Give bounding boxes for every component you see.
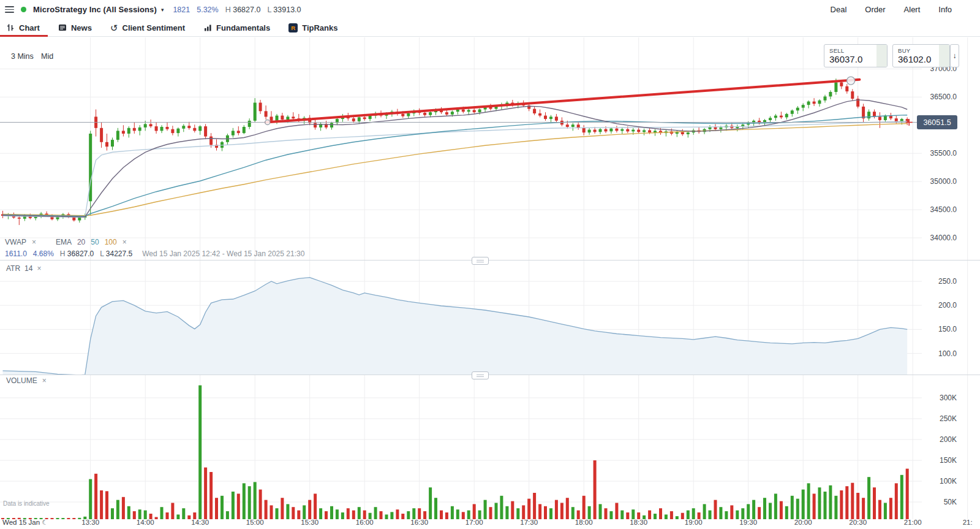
volume-axis-label: 300K <box>900 394 957 402</box>
time-axis-label: 15:30 <box>295 519 325 526</box>
price-axis-label: 36500.0 <box>900 93 957 101</box>
price-axis-label: 35500.0 <box>900 149 957 158</box>
tab-news[interactable]: News <box>58 19 92 36</box>
vwap-close-icon[interactable]: × <box>32 238 36 246</box>
time-axis-label: 14:00 <box>130 519 160 526</box>
atr-axis-label: 250.0 <box>900 277 957 286</box>
volume-axis-label: 250K <box>900 414 957 423</box>
instrument-title[interactable]: MicroStrategy Inc (All Sessions) <box>33 5 157 14</box>
sell-button[interactable]: SELL 36037.0 <box>824 44 888 67</box>
panel-divider <box>0 375 980 375</box>
ema-period-100: 100 <box>105 238 117 246</box>
last-price-badge: 36051.5 <box>917 115 957 129</box>
panel-divider <box>0 260 980 261</box>
atr-axis-label: 150.0 <box>900 325 957 333</box>
time-axis-label: 16:00 <box>350 519 379 526</box>
ema-period-50: 50 <box>91 238 99 246</box>
volume-bars <box>1 386 909 519</box>
price-axis-label: 34000.0 <box>900 234 957 242</box>
menu-icon[interactable] <box>5 6 14 13</box>
tab-chart[interactable]: Chart <box>6 19 40 36</box>
candles-layer <box>1 78 909 225</box>
volume-axis-label: 100K <box>900 477 957 485</box>
time-axis-label: 17:00 <box>459 519 489 526</box>
volume-gridlines <box>0 398 922 502</box>
moving-averages-layer <box>3 100 908 218</box>
interval-selector[interactable]: 3 Mins <box>11 52 34 61</box>
order-button[interactable]: Order <box>865 5 885 14</box>
active-tab-indicator <box>0 35 48 37</box>
alert-button[interactable]: Alert <box>904 5 921 14</box>
overlay-legend: VWAP × EMA 20 50 100 × <box>5 238 127 246</box>
trendline-start-handle <box>265 120 270 125</box>
day-change-points: 1821 <box>173 6 190 14</box>
range-change-points: 1611.0 <box>5 249 27 258</box>
info-button[interactable]: Info <box>938 5 952 14</box>
volume-chip[interactable]: VOLUME <box>6 376 37 385</box>
time-axis-label: 19:30 <box>734 519 763 526</box>
ema-close-icon[interactable]: × <box>123 238 127 246</box>
volume-axis-label: 150K <box>900 456 957 465</box>
atr-period: 14 <box>24 264 32 273</box>
volume-panel-resize-handle[interactable] <box>472 371 489 379</box>
ema-period-20: 20 <box>77 238 85 246</box>
atr-panel-resize-handle[interactable] <box>472 257 489 265</box>
time-axis-label: 18:00 <box>569 519 598 526</box>
buy-button[interactable]: BUY 36102.0 <box>892 44 950 67</box>
price-axis-label: 34500.0 <box>900 205 957 214</box>
trading-app-window: MicroStrategy Inc (All Sessions) ▾ 1821 … <box>0 0 980 529</box>
range-high: 36827.0 <box>67 249 94 258</box>
sell-price: 36037.0 <box>829 54 862 64</box>
visible-range-text: Wed 15 Jan 2025 12:42 - Wed 15 Jan 2025 … <box>142 249 304 258</box>
time-axis-label: 19:00 <box>679 519 708 526</box>
time-axis-label: 15:00 <box>240 519 270 526</box>
vwap-chip[interactable]: VWAP <box>5 238 26 246</box>
atr-legend: ATR 14 × <box>6 264 41 273</box>
trendline-end-handle <box>847 77 855 85</box>
ema-chip[interactable]: EMA <box>56 238 72 246</box>
chevron-down-icon[interactable]: ▾ <box>161 7 164 13</box>
range-change-percent: 4.68% <box>33 249 54 258</box>
day-change-percent: 5.32% <box>197 6 218 14</box>
range-low: 34227.5 <box>106 249 132 258</box>
chart-canvas[interactable] <box>0 0 980 529</box>
sentiment-refresh-icon: ↻ <box>110 23 118 32</box>
ema100-line <box>3 124 908 216</box>
price-gridlines <box>0 69 922 238</box>
header-bar: MicroStrategy Inc (All Sessions) ▾ 1821 … <box>0 0 980 20</box>
sell-flash-area <box>876 45 887 67</box>
atr-chip[interactable]: ATR <box>6 264 20 273</box>
tab-tipranks[interactable]: R TipRanks <box>288 19 337 36</box>
time-axis-label: 17:30 <box>514 519 544 526</box>
day-high-label: H <box>225 6 231 14</box>
atr-area-series <box>3 278 908 375</box>
day-low-value: 33913.0 <box>273 6 301 14</box>
day-low-label: L <box>267 6 271 14</box>
vwap-line <box>3 121 908 218</box>
arrow-down-icon: ↓ <box>953 51 957 60</box>
volume-close-icon[interactable]: × <box>42 376 47 385</box>
price-axis-label: 35000.0 <box>900 177 957 186</box>
bar-chart-icon <box>203 23 212 32</box>
atr-close-icon[interactable]: × <box>37 264 41 273</box>
time-axis-label: 13:30 <box>76 519 105 526</box>
buy-price: 36102.0 <box>898 54 931 64</box>
tab-bar: Chart News ↻ Client Sentiment Fundamenta… <box>0 19 980 37</box>
tab-client-sentiment[interactable]: ↻ Client Sentiment <box>110 19 185 36</box>
tab-fundamentals[interactable]: Fundamentals <box>203 19 270 36</box>
time-axis-label: 18:30 <box>624 519 654 526</box>
atr-axis-label: 200.0 <box>900 301 957 310</box>
time-axis-label: 16:30 <box>405 519 434 526</box>
time-axis-label: 21: <box>953 519 980 526</box>
news-icon <box>58 23 67 32</box>
range-stats-row: 1611.0 4.68% H 36827.0 L 34227.5 Wed 15 … <box>5 249 304 258</box>
volume-legend: VOLUME × <box>6 376 47 385</box>
deal-button[interactable]: Deal <box>831 5 847 14</box>
volume-axis-label: 50K <box>900 498 957 506</box>
collapse-ticket-button[interactable]: ↓ <box>950 44 959 67</box>
time-axis-date: Wed 15 Jan ☾ <box>2 519 48 527</box>
buy-flash-area <box>939 45 949 67</box>
day-high-value: 36827.0 <box>233 6 260 14</box>
data-indicative-note: Data is indicative <box>3 500 50 507</box>
price-mode-selector[interactable]: Mid <box>41 52 53 61</box>
